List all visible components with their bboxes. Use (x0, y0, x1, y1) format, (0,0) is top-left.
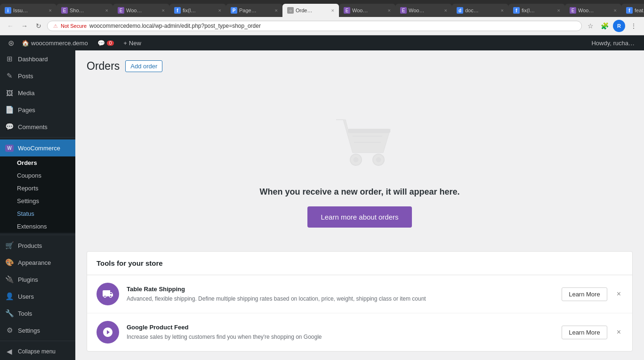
sidebar-label-media: Media (18, 90, 34, 97)
sidebar-label-posts: Posts (18, 73, 33, 80)
tools-header: Tools for your store (87, 252, 632, 275)
add-order-button[interactable]: Add order (125, 60, 162, 72)
sidebar-item-dashboard[interactable]: ⊞ Dashboard (0, 50, 75, 67)
tab-close-icon[interactable]: × (331, 8, 334, 13)
tool-info-table-rate-shipping: Table Rate Shipping Advanced, flexible s… (127, 286, 554, 303)
sidebar-item-woocommerce[interactable]: W WooCommerce (0, 139, 75, 156)
tab-woo4[interactable]: E Woo… × (565, 4, 621, 17)
tab-fix2[interactable]: f fix(l… × (508, 4, 565, 17)
sidebar-item-appearance[interactable]: 🎨 Appearance (0, 254, 75, 271)
tab-orders[interactable]: ○ Orde… × (282, 4, 339, 17)
learn-more-orders-button[interactable]: Learn more about orders (307, 206, 411, 228)
sidebar-item-comments[interactable]: 💬 Comments (0, 118, 75, 135)
tab-close-icon[interactable]: × (49, 8, 52, 13)
tool-name-table-rate-shipping: Table Rate Shipping (127, 286, 554, 293)
empty-state-text: When you receive a new order, it will ap… (259, 187, 459, 197)
tab-woo1[interactable]: E Woo… × (113, 4, 169, 17)
sidebar-item-plugins[interactable]: 🔌 Plugins (0, 271, 75, 288)
menu-button[interactable]: ⋮ (628, 20, 639, 32)
settings-icon: ⚙ (5, 326, 14, 335)
sidebar-label-products: Products (18, 242, 42, 249)
tab-favicon: E (61, 7, 68, 14)
tab-shop1[interactable]: E Sho… × (56, 4, 113, 17)
tab-woo2[interactable]: E Woo… × (339, 4, 395, 17)
tool-item-google-product-feed: Google Product Feed Increase sales by le… (87, 313, 632, 351)
sidebar-subitem-settings[interactable]: Settings (0, 195, 75, 207)
tab-doc1[interactable]: d doc… × (452, 4, 508, 17)
tab-fix1[interactable]: f fix(l… × (169, 4, 226, 17)
tab-close-icon[interactable]: × (275, 8, 278, 13)
tab-favicon: d (457, 7, 463, 14)
learn-more-button-table-rate-shipping[interactable]: Learn More (562, 287, 607, 301)
tab-favicon: ○ (287, 7, 294, 14)
sidebar-item-users[interactable]: 👤 Users (0, 288, 75, 305)
forward-button[interactable]: → (19, 20, 30, 32)
admin-bar-howdy: Howdy, rucha… (587, 40, 639, 47)
browser-tabs: i Issu… × E Sho… × E Woo… × f fix(l… × P… (0, 0, 644, 17)
posts-icon: ✎ (5, 71, 14, 81)
back-button[interactable]: ← (5, 20, 16, 32)
tool-item-table-rate-shipping: Table Rate Shipping Advanced, flexible s… (87, 275, 632, 313)
appearance-icon: 🎨 (5, 258, 14, 267)
users-icon: 👤 (5, 292, 14, 301)
sidebar-subitem-coupons[interactable]: Coupons (0, 169, 75, 182)
pages-icon: 📄 (5, 105, 14, 115)
wp-admin: ⊛ 🏠 woocommerce.demo 💬 0 + New Howdy, ru… (0, 35, 644, 360)
tab-page[interactable]: P Page… × (226, 4, 282, 17)
address-bar[interactable]: ⚠ Not Secure woocommercedemo.local/wp-ad… (47, 21, 582, 31)
cart-icon (322, 110, 397, 176)
sidebar-subitem-extensions[interactable]: Extensions (0, 220, 75, 233)
tools-section: Tools for your store Table Rate Shipping… (87, 251, 633, 352)
collapse-label: Collapse menu (18, 348, 56, 355)
sidebar-item-tools[interactable]: 🔧 Tools (0, 305, 75, 322)
sidebar-subitem-orders[interactable]: Orders (0, 156, 75, 169)
tab-close-icon[interactable]: × (388, 8, 391, 13)
admin-bar-new[interactable]: + New (119, 35, 146, 50)
sidebar-subitem-status[interactable]: Status (0, 207, 75, 220)
sidebar-item-products[interactable]: 🛒 Products (0, 237, 75, 254)
tab-close-icon[interactable]: × (162, 8, 165, 13)
close-button-table-rate-shipping[interactable]: × (615, 288, 623, 300)
sidebar-item-posts[interactable]: ✎ Posts (0, 67, 75, 84)
tab-close-icon[interactable]: × (444, 8, 447, 13)
sidebar-item-pages[interactable]: 📄 Pages (0, 101, 75, 118)
tool-info-google-product-feed: Google Product Feed Increase sales by le… (127, 324, 554, 341)
extensions-button[interactable]: 🧩 (599, 20, 610, 32)
tab-close-icon[interactable]: × (557, 8, 560, 13)
tab-issues[interactable]: i Issu… × (0, 4, 56, 17)
sidebar-label-dashboard: Dashboard (18, 56, 48, 63)
reload-button[interactable]: ↻ (33, 20, 44, 32)
admin-bar-site[interactable]: 🏠 woocommerce.demo (17, 35, 93, 50)
cart-icon-wrapper (322, 110, 397, 178)
products-icon: 🛒 (5, 241, 14, 250)
tab-favicon: f (513, 7, 520, 14)
wp-logo[interactable]: ⊛ (5, 35, 17, 50)
profile-button[interactable]: R (613, 20, 625, 32)
learn-more-button-google-product-feed[interactable]: Learn More (562, 326, 607, 339)
house-icon: 🏠 (22, 40, 29, 47)
sidebar-label-comments: Comments (18, 123, 48, 131)
plugins-icon: 🔌 (5, 275, 14, 284)
tab-feat[interactable]: f feat… × (621, 4, 644, 17)
dashboard-icon: ⊞ (5, 54, 14, 64)
tab-close-icon[interactable]: × (218, 8, 221, 13)
tab-favicon: E (570, 7, 576, 14)
tab-favicon: E (118, 7, 124, 14)
sidebar-label-appearance: Appearance (18, 259, 51, 266)
sidebar-item-media[interactable]: 🖼 Media (0, 84, 75, 101)
sidebar-subitem-reports[interactable]: Reports (0, 182, 75, 195)
woocommerce-icon: W (5, 143, 14, 153)
admin-bar-comments[interactable]: 💬 0 (93, 35, 119, 50)
close-button-google-product-feed[interactable]: × (615, 326, 623, 338)
tab-close-icon[interactable]: × (501, 8, 504, 13)
sidebar-item-settings[interactable]: ⚙ Settings (0, 322, 75, 339)
media-icon: 🖼 (5, 88, 14, 98)
collapse-icon: ◀ (5, 347, 14, 356)
tab-close-icon[interactable]: × (614, 8, 617, 13)
tab-woo3[interactable]: E Woo… × (395, 4, 452, 17)
bookmark-button[interactable]: ☆ (585, 20, 596, 32)
sidebar-label-tools: Tools (18, 310, 32, 317)
sidebar: ⊞ Dashboard ✎ Posts 🖼 Media 📄 Pages 💬 (0, 50, 75, 360)
tab-close-icon[interactable]: × (105, 8, 108, 13)
sidebar-collapse[interactable]: ◀ Collapse menu (0, 343, 75, 360)
